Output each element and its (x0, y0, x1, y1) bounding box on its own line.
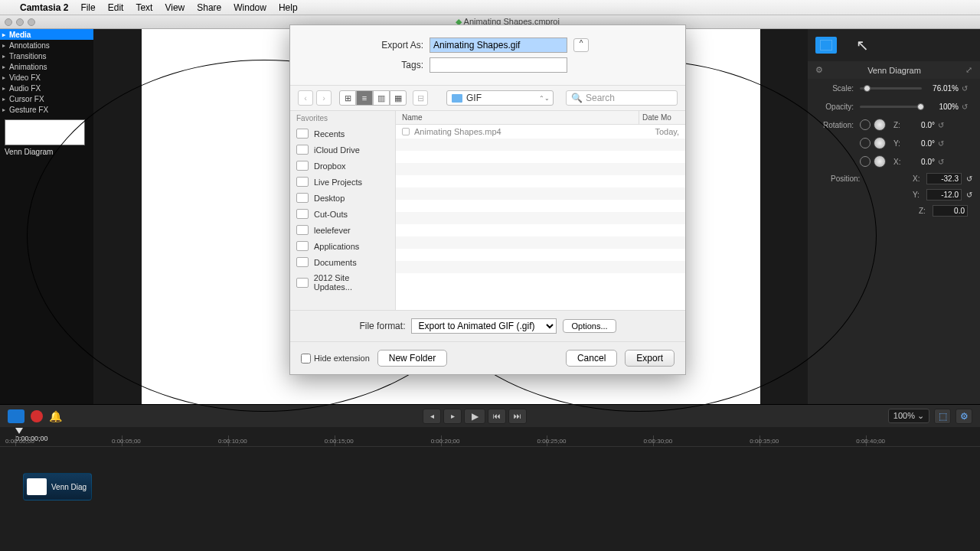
options-button[interactable]: Options... (563, 319, 616, 333)
format-select[interactable]: Export to Animated GIF (.gif) (411, 318, 557, 334)
hide-extension-checkbox[interactable]: Hide extension (301, 354, 370, 364)
nav-back-button[interactable]: ‹ (298, 90, 313, 106)
tab-gesture-fx[interactable]: Gesture FX (0, 104, 93, 115)
clip-label: Venn Diag (51, 483, 87, 491)
cursor-props-icon[interactable]: ↖ (856, 36, 869, 54)
opacity-reset-icon[interactable]: ↺ (962, 103, 972, 111)
rot-z-icon[interactable] (860, 119, 871, 130)
rot-z-value: 0.0° (903, 121, 935, 129)
nav-fwd-button[interactable]: › (316, 90, 332, 106)
device-icon[interactable] (8, 409, 24, 423)
expand-icon[interactable]: ⤢ (965, 65, 972, 75)
media-props-icon[interactable] (815, 37, 837, 54)
menubar: Camtasia 2 File Edit Text View Share Win… (0, 0, 980, 15)
collapse-button[interactable]: ^ (573, 38, 589, 52)
menu-edit[interactable]: Edit (102, 2, 130, 13)
scale-label: Scale: (815, 84, 854, 93)
next-marker-button[interactable]: ⏭ (508, 409, 527, 424)
canvas-zoom[interactable]: 100% ⌄ (888, 409, 929, 423)
menu-window[interactable]: Window (227, 2, 273, 13)
fav-applications[interactable]: Applications (290, 238, 395, 254)
rot-x-icon[interactable] (860, 156, 871, 167)
rot-x-knob[interactable] (874, 155, 886, 168)
clip-thumb (27, 478, 47, 495)
rot-y-icon[interactable] (860, 138, 871, 148)
app-name[interactable]: Camtasia 2 (14, 2, 74, 13)
rot-z-reset-icon[interactable]: ↺ (938, 121, 949, 129)
export-as-input[interactable] (430, 37, 567, 53)
tab-cursor-fx[interactable]: Cursor FX (0, 93, 93, 104)
scale-slider[interactable] (860, 87, 922, 90)
fav-dropbox[interactable]: Dropbox (290, 158, 395, 174)
prev-marker-button[interactable]: ⏮ (488, 409, 506, 424)
view-mode-segment[interactable]: ⊞ ≡ ▥ ▦ (339, 90, 407, 106)
opacity-label: Opacity: (815, 103, 854, 111)
folder-select[interactable]: GIF (446, 90, 554, 106)
export-button[interactable]: Export (625, 350, 675, 367)
prev-frame-button[interactable]: ◂ (423, 409, 441, 424)
pos-y-input[interactable] (926, 189, 962, 201)
crop-button[interactable]: ⬚ (934, 409, 951, 424)
rot-y-knob[interactable] (874, 137, 886, 149)
view-icon-list[interactable]: ≡ (356, 90, 373, 106)
tab-transitions[interactable]: Transitions (0, 51, 93, 61)
new-folder-button[interactable]: New Folder (377, 350, 447, 367)
gear-icon[interactable]: ⚙ (815, 65, 823, 75)
scale-reset-icon[interactable]: ↺ (962, 84, 972, 93)
col-name[interactable]: Name (396, 111, 639, 124)
scale-value: 76.01% (926, 84, 959, 93)
rot-x-reset-icon[interactable]: ↺ (938, 158, 949, 166)
tab-media[interactable]: Media (0, 29, 93, 40)
tab-audio-fx[interactable]: Audio FX (0, 83, 93, 93)
view-icon-columns[interactable]: ▥ (373, 90, 390, 106)
export-as-label: Export As: (301, 40, 423, 51)
tab-video-fx[interactable]: Video FX (0, 72, 93, 83)
menu-text[interactable]: Text (129, 2, 158, 13)
folder-icon (452, 94, 462, 103)
axis-pz: Z: (919, 207, 928, 215)
cancel-button[interactable]: Cancel (566, 350, 617, 367)
play-button[interactable]: ▶ (464, 409, 485, 424)
view-icon-grid[interactable]: ⊞ (339, 90, 356, 106)
timeline[interactable]: 0:00:00;00 0:00:00;00 0:00:05;00 0:00:10… (0, 427, 980, 551)
settings-button[interactable]: ⚙ (956, 409, 972, 424)
tab-animations[interactable]: Animations (0, 61, 93, 72)
tab-annotations[interactable]: Annotations (0, 40, 93, 51)
file-row[interactable]: Animating Shapes.mp4 Today, (396, 125, 685, 139)
playback-bar: 🔔 ◂ ▸ ▶ ⏮ ⏭ 100% ⌄ ⬚ ⚙ (0, 404, 980, 427)
menu-share[interactable]: Share (191, 2, 227, 13)
group-button[interactable]: ⊟ ⌄ (413, 90, 428, 106)
menu-help[interactable]: Help (273, 2, 304, 13)
timeline-clip[interactable]: Venn Diag (23, 473, 92, 500)
pos-z-input[interactable] (933, 205, 968, 217)
pos-x-reset-icon[interactable]: ↺ (966, 174, 972, 183)
fav-icloud[interactable]: iCloud Drive (290, 142, 395, 158)
record-button[interactable] (31, 410, 43, 422)
timeline-track[interactable]: Venn Diag (15, 473, 972, 500)
timeline-ruler[interactable]: 0:00:00;00 0:00:05;00 0:00:10;00 0:00:15… (15, 435, 972, 446)
menu-view[interactable]: View (158, 2, 191, 13)
opacity-slider[interactable] (860, 106, 922, 108)
step-back-button[interactable]: ▸ (443, 409, 462, 424)
rot-z-knob[interactable] (874, 119, 886, 131)
notifications-icon[interactable]: 🔔 (49, 410, 62, 422)
fav-site-updates[interactable]: 2012 Site Updates... (290, 270, 395, 295)
menu-file[interactable]: File (74, 2, 101, 13)
tags-input[interactable] (430, 57, 567, 73)
fav-recents[interactable]: Recents (290, 126, 395, 142)
fav-desktop[interactable]: Desktop (290, 190, 395, 206)
pos-y-reset-icon[interactable]: ↺ (966, 191, 972, 199)
file-icon (402, 128, 410, 135)
search-input[interactable]: 🔍 Search (566, 90, 678, 106)
view-icon-gallery[interactable]: ▦ (390, 90, 407, 106)
fav-live-projects[interactable]: Live Projects (290, 174, 395, 190)
rot-y-reset-icon[interactable]: ↺ (938, 139, 949, 148)
fav-cutouts[interactable]: Cut-Outs (290, 206, 395, 222)
axis-px: X: (913, 174, 922, 183)
search-icon: 🔍 (571, 93, 583, 103)
window-controls[interactable] (0, 18, 35, 26)
col-date[interactable]: Date Mo (639, 111, 685, 124)
fav-home[interactable]: leelefever (290, 222, 395, 238)
fav-documents[interactable]: Documents (290, 254, 395, 270)
pos-x-input[interactable] (926, 173, 962, 184)
